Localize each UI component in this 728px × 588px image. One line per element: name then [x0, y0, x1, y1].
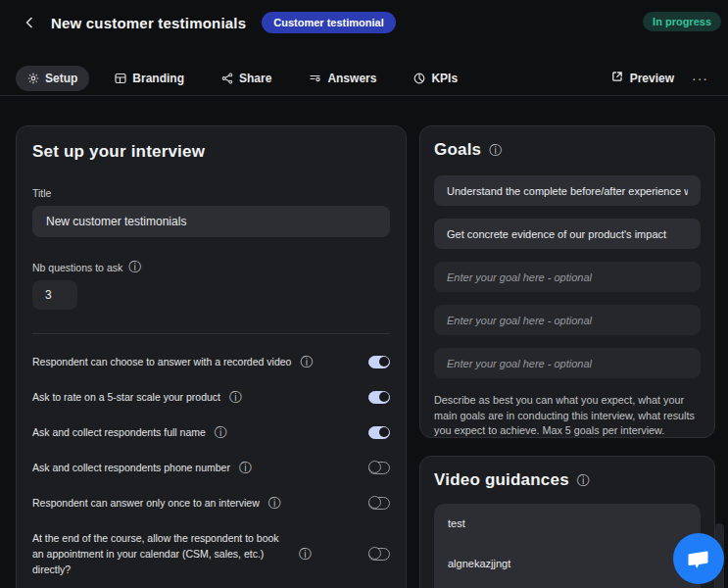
toggle-knob [368, 496, 381, 509]
preview-external-icon [611, 71, 623, 85]
page-header: New customer testimonials Customer testi… [0, 0, 728, 45]
tab-share[interactable]: Share [210, 66, 283, 91]
guidance-item[interactable]: algnekazjjngt [448, 558, 687, 569]
layout-grid-icon [115, 73, 126, 84]
gear-icon [27, 73, 39, 84]
goals-card: Goals ⓘ Describe as best you can what yo… [419, 125, 715, 438]
tab-answers[interactable]: Answers [297, 66, 388, 91]
toggle-knob [379, 357, 389, 367]
tab-label: Setup [45, 72, 77, 85]
toggle-knob [379, 427, 389, 437]
toggle-row-phone-number: Ask and collect respondents phone number… [32, 450, 390, 485]
toggle-phone-number[interactable] [368, 462, 390, 474]
tab-label: Share [239, 72, 271, 85]
goal-input-3[interactable] [434, 262, 701, 292]
page-title: New customer testimonials [51, 15, 246, 31]
video-guidances-card: Video guidances ⓘ test algnekazjjngt [419, 456, 715, 588]
status-badge: In progress [643, 12, 721, 31]
setup-card: Set up your interview Title Nb questions… [16, 125, 407, 588]
info-icon[interactable]: ⓘ [128, 261, 141, 273]
info-icon[interactable]: ⓘ [300, 356, 313, 368]
guidance-item[interactable]: test [448, 517, 687, 529]
title-input[interactable] [32, 206, 390, 237]
toggle-star-rating[interactable] [368, 391, 390, 404]
toggle-row-recorded-video: Respondent can choose to answer with a r… [32, 344, 390, 379]
chat-launcher-button[interactable] [673, 533, 724, 584]
app-screen: New customer testimonials Customer testi… [0, 0, 728, 588]
section-divider [32, 333, 390, 334]
goal-input-1[interactable] [434, 175, 701, 206]
toggle-row-book-appointment: At the end of the course, allow the resp… [32, 520, 390, 587]
goals-description: Describe as best you can what you expect… [434, 393, 701, 438]
video-guidances-title: Video guidances [434, 470, 569, 490]
info-icon[interactable]: ⓘ [215, 426, 227, 439]
chat-bubble-icon [686, 547, 711, 570]
preview-button[interactable]: Preview [611, 71, 674, 85]
toggle-answer-once[interactable] [368, 497, 390, 510]
list-lines-icon [309, 73, 321, 84]
goal-input-2[interactable] [434, 219, 701, 249]
toggle-row-star-rating: Ask to rate on a 5-star scale your produ… [32, 379, 390, 415]
tab-label: Branding [132, 72, 184, 85]
nb-questions-label: Nb questions to ask ⓘ [32, 261, 390, 273]
guidance-list[interactable]: test algnekazjjngt [434, 504, 701, 588]
goals-card-title: Goals [434, 140, 481, 160]
chevron-left-icon [24, 17, 35, 28]
back-button[interactable] [24, 17, 35, 28]
toggle-row-answer-once: Respondent can answer only once to an in… [32, 485, 390, 520]
tabbar-right: Preview ··· [611, 71, 712, 86]
goal-input-5[interactable] [434, 348, 701, 378]
preview-label: Preview [630, 72, 674, 85]
share-nodes-icon [221, 73, 233, 84]
info-icon[interactable]: ⓘ [489, 144, 502, 157]
toggle-full-name[interactable] [368, 426, 390, 439]
type-badge[interactable]: Customer testimonial [262, 12, 395, 33]
title-field-label: Title [32, 187, 390, 199]
info-icon[interactable]: ⓘ [577, 474, 590, 487]
info-icon[interactable]: ⓘ [239, 462, 252, 474]
pie-chart-icon [413, 73, 425, 84]
toggle-recorded-video[interactable] [368, 356, 390, 368]
setup-card-title: Set up your interview [32, 142, 390, 162]
info-icon[interactable]: ⓘ [229, 391, 242, 404]
toggle-knob [368, 547, 381, 560]
info-icon[interactable]: ⓘ [299, 548, 312, 561]
tab-bar: Setup Branding Share Answers KPIs [0, 61, 728, 96]
tab-label: KPIs [431, 72, 458, 85]
tab-kpis[interactable]: KPIs [402, 66, 469, 91]
tab-setup[interactable]: Setup [16, 66, 89, 91]
info-icon[interactable]: ⓘ [268, 497, 281, 510]
more-options-button[interactable]: ··· [692, 71, 712, 86]
tab-label: Answers [327, 72, 376, 85]
goal-input-4[interactable] [434, 305, 701, 335]
toggle-row-full-name: Ask and collect respondents full name ⓘ [32, 415, 390, 450]
nb-questions-input[interactable] [32, 280, 77, 310]
toggle-knob [368, 461, 381, 473]
toggle-book-appointment[interactable] [368, 548, 390, 561]
toggle-knob [379, 392, 389, 402]
tab-branding[interactable]: Branding [103, 66, 196, 91]
